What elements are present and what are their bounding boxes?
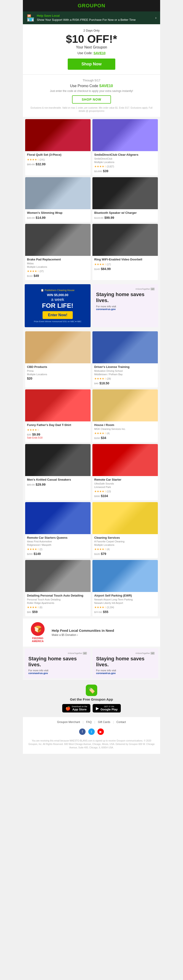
feeding-america-section[interactable]: 🍞 FEEDING AMERICA Help Feed Local Commun… xyxy=(23,619,160,646)
product-card[interactable]: Floral Quilt Set (3-Piece) ★★★★☆(241) $8… xyxy=(25,119,91,175)
current-price: $99.99 xyxy=(104,216,114,220)
product-stars: ★★★★☆ xyxy=(94,263,107,266)
footer-link[interactable]: Groupon Merchant xyxy=(57,721,80,724)
footer-link[interactable]: Gift Cards xyxy=(98,721,110,724)
coronavirus-link-2[interactable]: coronavirus.gov xyxy=(29,672,48,675)
product-card[interactable]: Men's Knitted Casual Sneakers $89.99 $29… xyxy=(25,444,91,500)
price-line: $110 $49 xyxy=(27,274,89,278)
app-store-button[interactable]: 🍎 Download on the App Store xyxy=(62,704,91,713)
footer-link[interactable]: FAQ xyxy=(86,721,92,724)
google-play-button[interactable]: ▶ GET IT ON Google Play xyxy=(93,704,121,713)
product-card[interactable]: Remote Car Starters Queens Ideas First A… xyxy=(25,502,91,558)
product-image xyxy=(25,119,91,151)
product-info: Brake Pad Replacement MidasMultiple Loca… xyxy=(25,256,91,278)
product-info: Remote Car Starters Queens Ideas First A… xyxy=(25,534,91,556)
product-stars: ★★★★☆ xyxy=(27,606,40,609)
rating-count: (13) xyxy=(107,490,111,493)
product-image xyxy=(25,177,91,209)
footer-link[interactable]: Contact xyxy=(116,721,126,724)
product-card[interactable]: House / Room MGK Cleaning Services Inc. … xyxy=(92,390,158,442)
app-section-title: Get the Free Groupon App xyxy=(27,697,156,701)
feeding-america-logo: 🍞 FEEDING AMERICA xyxy=(27,622,48,643)
promo-eyebrow: 2 Days Only xyxy=(30,29,153,32)
price-line: $300 $104 xyxy=(94,494,156,498)
rating-count: (3,154) xyxy=(107,606,114,609)
product-image xyxy=(25,444,91,476)
original-price: $299 xyxy=(27,553,32,555)
product-subtitle: UltraSafe Sounds xyxy=(94,482,156,485)
feeding-america-icon: 🍞 xyxy=(31,622,45,636)
original-price: $35 xyxy=(27,433,31,436)
product-card[interactable]: CBD Products PrimaMultiple Locations $20 xyxy=(25,331,91,388)
alone-together-subtext-3: For more info visit coronavirus.gov xyxy=(96,669,154,675)
current-price: $79 xyxy=(101,552,106,555)
product-card[interactable]: Detailing Personal Touch Auto Detailing … xyxy=(25,560,91,616)
pch-enter-button[interactable]: Enter Now! xyxy=(43,311,73,319)
price-line: $35 $9.99 xyxy=(27,433,89,436)
original-price: $119.99 xyxy=(94,216,103,219)
rating-count: (17) xyxy=(107,263,111,266)
alone-together-headline-1: Staying home saves lives. xyxy=(96,291,154,304)
current-price: $34 xyxy=(101,436,106,440)
facebook-icon[interactable]: f xyxy=(79,729,86,735)
secondary-shop-now-button[interactable]: SHOP NOW xyxy=(72,95,111,103)
product-card[interactable]: Driver's License Training Motivation Dri… xyxy=(92,331,158,388)
footer-disclaimer: You are receiving this email because MAE… xyxy=(23,737,160,754)
ad-tag-2: #AloneTogether ad xyxy=(29,652,87,654)
product-card[interactable]: Bluetooth Speaker w/ Charger $119.99 $99… xyxy=(92,177,158,222)
product-card[interactable]: Remote Car Starter UltraSafe SoundsLinnw… xyxy=(92,444,158,500)
pch-ad[interactable]: 📋 Publishers Clearing House WIN $5,000.0… xyxy=(25,284,91,327)
product-stars: ★★★★☆ xyxy=(94,165,107,168)
alone-together-ad-3[interactable]: #AloneTogether ad Staying home saves liv… xyxy=(92,649,158,678)
product-subtitle: Prima xyxy=(27,369,89,372)
promo-amount: $10 OFF!* xyxy=(30,33,153,45)
product-subtitle: Linnwood Park xyxy=(94,486,156,488)
product-title: Floral Quilt Set (3-Piece) xyxy=(27,153,89,157)
apple-store-label: App Store xyxy=(72,708,88,711)
product-subtitle: MGK Cleaning Services Inc. xyxy=(94,428,156,430)
product-subtitle: Multiple Locations xyxy=(94,544,156,546)
price-line: $120 $79 xyxy=(94,552,156,556)
product-title: Remote Car Starters Queens xyxy=(27,536,89,540)
product-subtitle: Newark Airport Long-Term Parking xyxy=(94,598,156,601)
product-card[interactable]: Funny Father's Day Dad T-Shirt ★★★★☆ $35… xyxy=(25,390,91,442)
original-price: $110 xyxy=(27,275,32,277)
product-stars: ★★★★☆ xyxy=(94,490,107,493)
product-info: Detailing Personal Touch Auto Detailing … xyxy=(25,592,91,614)
sale-badge: Sale Ends 5/18 xyxy=(27,436,89,439)
footer-separator: | xyxy=(83,721,83,724)
product-image xyxy=(92,224,158,256)
current-price: $59 xyxy=(32,610,38,614)
shop-now-button[interactable]: Shop Now xyxy=(68,59,115,70)
product-info: SmileDirectClub Clear-Aligners SmileDire… xyxy=(92,151,158,173)
alone-together-headline-3: Staying home saves lives. xyxy=(96,656,154,668)
product-subtitle: Middletown / Pelham Bay xyxy=(94,373,156,375)
product-card[interactable]: Airport Self Parking (EWR) Newark Airpor… xyxy=(92,560,158,616)
product-subtitle: Midas xyxy=(27,262,89,265)
product-card[interactable]: Ring WiFi-Enabled Video Doorbell ★★★★☆(1… xyxy=(92,224,158,280)
product-card[interactable]: Women's Slimming Wrap $49.99 $14.99 xyxy=(25,177,91,222)
product-subtitle: A Favorite Carpet Cleaning xyxy=(94,540,156,543)
rating-count: (28) xyxy=(107,377,111,380)
product-card[interactable]: SmileDirectClub Clear-Aligners SmileDire… xyxy=(92,119,158,175)
coronavirus-link-3[interactable]: coronavirus.gov xyxy=(96,672,116,675)
product-stars: ★★★★☆ xyxy=(94,377,107,380)
product-card[interactable]: Brake Pad Replacement MidasMultiple Loca… xyxy=(25,224,91,280)
promo-subtitle: Your Next Groupon xyxy=(30,45,153,49)
alone-together-ad-1[interactable]: #AloneTogether ad Staying home saves liv… xyxy=(92,284,158,327)
twitter-icon[interactable]: t xyxy=(88,729,95,735)
current-price: $18.50 xyxy=(100,382,109,385)
product-image xyxy=(92,390,158,422)
price-line: $49.99 $14.99 xyxy=(27,216,89,220)
coronavirus-link-1[interactable]: coronavirus.gov xyxy=(96,308,116,310)
feeding-america-subtitle[interactable]: Make a $5 Donation › xyxy=(52,633,114,636)
youtube-icon[interactable]: ▶ xyxy=(97,729,104,735)
save-local-banner[interactable]: 🏪 Help Save Local Show Your Support With… xyxy=(23,11,160,24)
through-date: Through 5/17 xyxy=(30,79,153,82)
alone-together-ad-2[interactable]: #AloneTogether ad Staying home saves liv… xyxy=(25,649,91,678)
product-stars: ★★★★☆ xyxy=(94,606,107,609)
product-card[interactable]: Cleaning Services A Favorite Carpet Clea… xyxy=(92,502,158,558)
rating-count: (6) xyxy=(40,606,42,609)
product-image xyxy=(92,444,158,476)
current-price: $20 xyxy=(27,377,32,380)
